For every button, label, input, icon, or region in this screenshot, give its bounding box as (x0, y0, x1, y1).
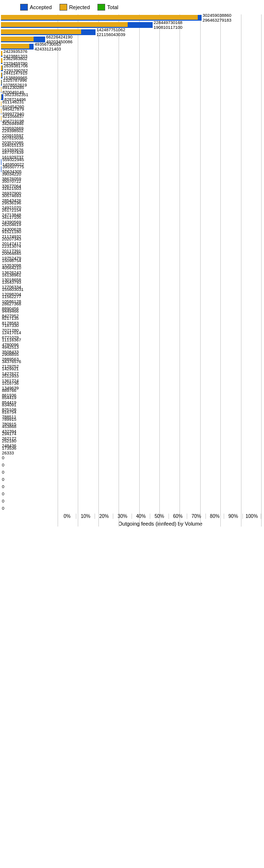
table-row: fu-berlin453868432394 (1, 426, 263, 432)
accepted-value: 35070722 (2, 179, 21, 184)
bar-rejected (1, 116, 1, 121)
x-axis-label: Outgoing feeds (innfeed) by Volume (1, 521, 263, 527)
accepted-value: 11562277 (2, 294, 21, 299)
zero-value: 0 (2, 477, 4, 482)
rejected-value: 296463279183 (203, 18, 231, 23)
table-row: task-fast294174262172 (1, 433, 263, 440)
table-row: gazeta-bin207815036203522085 (1, 137, 263, 144)
bar-group: 0 (1, 462, 4, 468)
table-row: ict17353626333 (1, 447, 263, 454)
x-tick: 0% (58, 514, 76, 519)
accepted-value: 1429921 (2, 366, 19, 371)
accepted-value: 34376576 (2, 359, 21, 364)
table-row: studio3903422038676059 (1, 173, 263, 180)
accepted-value: 28627368 (2, 302, 21, 306)
table-row: lodman-bin3823352351828724496 (1, 94, 263, 101)
accepted-value: 164015133 (2, 143, 24, 148)
rejected-value: 190810117100 (154, 25, 182, 30)
bar-group: 559322945145950022 (1, 159, 1, 165)
rejected-value: 26333 (2, 451, 16, 455)
zero-value: 0 (2, 463, 4, 467)
accepted-value: 395507775 (2, 164, 24, 169)
table-row: coi342694946329592669 (1, 123, 263, 129)
accepted-value: 7187330 (2, 323, 19, 328)
table-row: se9152118021174932 (1, 231, 263, 238)
bar-rejected (1, 37, 34, 41)
bar-rejected (1, 44, 29, 49)
table-row: fu-berlin-pl252180248436 (1, 440, 263, 447)
accepted-value: 342694946 (2, 121, 24, 126)
accepted-value: 11116367 (2, 338, 21, 342)
table-row: pwr945427879599977940 (1, 108, 263, 115)
table-row: ipartners-fast25129331361724 (1, 375, 263, 382)
bar-rejected (1, 73, 2, 77)
table-row: ipartners142487751062121156043039 (1, 29, 263, 36)
table-row: bydgoszcz-bin0 (1, 476, 263, 483)
table-row: opoka2231307420117391 (1, 245, 263, 252)
bar-accepted (1, 166, 1, 172)
bar-rejected (1, 51, 2, 56)
table-row: news.sc.czest.pl29088552889563 (1, 353, 263, 360)
bar-rejected (1, 22, 128, 27)
accepted-value: 559322945 (2, 157, 24, 162)
table-row: cyf-kr343765762129752 (1, 361, 263, 367)
accepted-value: 20207343 (2, 237, 21, 241)
table-row: nask39550777550634305 (1, 166, 263, 173)
table-row: e-wro164015133163393676 (1, 144, 263, 151)
x-tick: 70% (187, 514, 205, 519)
accepted-value: 49356730053 (35, 42, 61, 47)
bar-group: 0 (1, 498, 4, 504)
legend-accepted-box (20, 4, 28, 11)
accepted-value: 1516736 (2, 381, 19, 386)
bar-group: 39550777550634305 (1, 166, 1, 173)
bar-rejected (1, 29, 81, 34)
accepted-value: 142487751062 (96, 27, 125, 32)
accepted-value: 40564210 (2, 265, 21, 270)
table-row: gazeta-fast0 (1, 483, 263, 490)
bar-group: 13257879961078552619 (1, 79, 2, 86)
chart-inner: atman-bin302459038860296463279183asterci… (1, 14, 263, 527)
zero-value: 0 (2, 455, 4, 460)
table-row: newsfeed.lukawski.pl286273688890456 (1, 303, 263, 310)
bar-group: 945427879599977940 (1, 108, 1, 115)
table-row: home816754788511 (1, 411, 263, 418)
table-row: axelspringer834091825108 (1, 404, 263, 411)
table-row: news.netmaniak.net2020734320147417 (1, 238, 263, 245)
zero-value: 0 (2, 470, 4, 475)
bar-group: 0 (1, 483, 4, 490)
table-row: bnet71873307071780 (1, 325, 263, 331)
bar-rejected (1, 109, 1, 113)
accepted-value: 8217135 (2, 316, 19, 321)
table-row: rmf559322945145950022 (1, 159, 263, 165)
table-row: wsisiz94494668427952 (1, 310, 263, 317)
accepted-value: 91521180 (2, 229, 21, 234)
x-tick: 60% (168, 514, 187, 519)
table-row: tpi4935673005342433121403 (1, 43, 263, 50)
accepted-value: 834091 (2, 403, 16, 407)
bar-rejected (1, 101, 1, 106)
accepted-value: 15098754 (2, 258, 21, 263)
x-tick: 50% (150, 514, 168, 519)
x-tick: 90% (224, 514, 242, 519)
bar-group: 228449730168190810117100 (1, 22, 153, 28)
accepted-value: 26204619 (2, 222, 21, 227)
table-row: sgh49425133508433 (1, 346, 263, 353)
bar-rejected (1, 80, 1, 85)
legend-rejected: Rejected (60, 4, 90, 11)
table-row: rsk14299211427627 (1, 368, 263, 375)
bar-rejected (1, 87, 1, 92)
accepted-value: 22313074 (2, 244, 21, 249)
accepted-value: 229398502 (2, 128, 24, 133)
chart-container: Accepted Rejected Total atman-bin3024590… (0, 0, 264, 536)
accepted-value: 29536196 (2, 201, 21, 205)
accepted-value: 2512933 (2, 374, 19, 378)
accepted-value: 2362983802 (3, 56, 27, 61)
x-tick: 30% (113, 514, 131, 519)
bar-rejected (1, 58, 2, 63)
legend-total: Total (97, 4, 118, 11)
table-row: torman854419854419 (1, 397, 263, 403)
table-row: supermedia13257879961078552619 (1, 79, 263, 86)
accepted-value: 252180 (2, 439, 16, 443)
table-row: torman-fast15167361349639 (1, 382, 263, 389)
table-row: news.chmurka.net1509875415353098 (1, 260, 263, 266)
